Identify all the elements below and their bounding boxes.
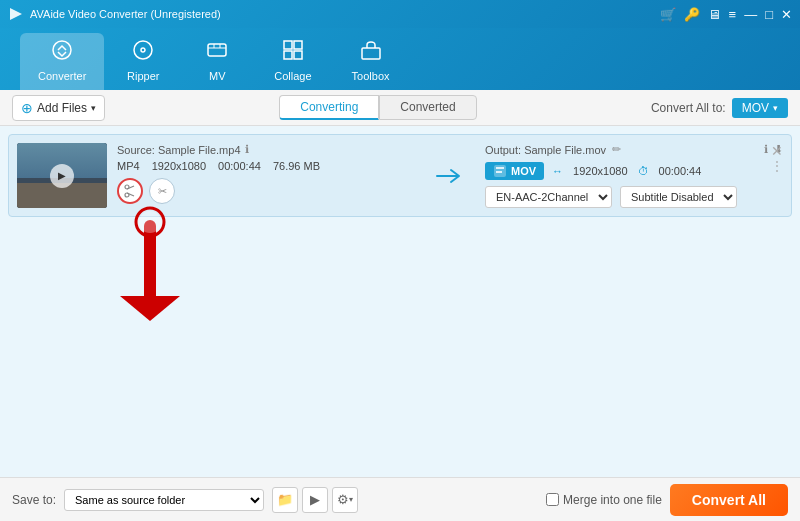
output-meta: ↔ 1920x1080 ⏱ 00:00:44: [552, 165, 701, 177]
play-button[interactable]: ▶: [302, 487, 328, 513]
svg-line-16: [127, 193, 134, 196]
convert-arrow: [425, 166, 475, 186]
svg-rect-19: [496, 171, 502, 173]
output-resolution: 1920x1080: [573, 165, 627, 177]
nav-item-mv[interactable]: MV: [182, 33, 252, 90]
output-format-badge[interactable]: MOV: [485, 162, 544, 180]
file-info: Source: Sample File.mp4 ℹ MP4 1920x1080 …: [117, 143, 415, 204]
svg-marker-0: [10, 8, 22, 20]
svg-rect-4: [208, 44, 226, 56]
merge-checkbox[interactable]: [546, 493, 559, 506]
toolbar: ⊕ Add Files ▾ Converting Converted Conve…: [0, 90, 800, 126]
output-format-label: MOV: [511, 165, 536, 177]
expand-button[interactable]: ⋮: [771, 159, 783, 173]
source-text: Source: Sample File.mp4: [117, 144, 241, 156]
title-bar: AVAide Video Converter (Unregistered) 🛒 …: [0, 0, 800, 28]
folder-button[interactable]: 📁: [272, 487, 298, 513]
convert-all-button[interactable]: Convert All: [670, 484, 788, 516]
minimize-button[interactable]: —: [744, 7, 757, 22]
window-controls: 🛒 🔑 🖥 ≡ — □ ✕: [660, 7, 792, 22]
converter-icon: [51, 39, 73, 66]
svg-rect-18: [496, 167, 504, 169]
nav-item-toolbox[interactable]: Toolbox: [334, 33, 408, 90]
window-title: AVAide Video Converter (Unregistered): [30, 8, 660, 20]
nav-item-converter[interactable]: Converter: [20, 33, 104, 90]
bottom-icons: 📁 ▶ ⚙ ▾: [272, 487, 358, 513]
nav-item-collage[interactable]: Collage: [256, 33, 329, 90]
collage-icon: [282, 39, 304, 66]
nav-item-ripper[interactable]: Ripper: [108, 33, 178, 90]
svg-rect-5: [284, 41, 292, 49]
svg-rect-8: [294, 51, 302, 59]
icon-key[interactable]: 🔑: [684, 7, 700, 22]
merge-check: Merge into one file: [546, 493, 662, 507]
mv-label: MV: [209, 70, 226, 82]
play-icon: ▶: [310, 492, 320, 507]
file-size: 76.96 MB: [273, 160, 320, 172]
output-dropdowns: EN-AAC-2Channel Subtitle Disabled: [485, 186, 783, 208]
effects-button[interactable]: ✂: [149, 178, 175, 204]
merge-label: Merge into one file: [563, 493, 662, 507]
add-files-label: Add Files: [37, 101, 87, 115]
svg-rect-6: [294, 41, 302, 49]
annotation-arrow: [110, 206, 190, 329]
convert-all-to-label: Convert All to: MOV ▾: [651, 98, 788, 118]
svg-line-15: [127, 186, 134, 189]
svg-point-3: [141, 48, 145, 52]
mv-icon: [206, 39, 228, 66]
play-button-thumb[interactable]: ▶: [50, 164, 74, 188]
save-to-label: Save to:: [12, 493, 56, 507]
nav-bar: Converter Ripper MV: [0, 28, 800, 90]
main-content: ▶ Source: Sample File.mp4 ℹ MP4 1920x108…: [0, 126, 800, 486]
add-files-dropdown-icon: ▾: [91, 103, 96, 113]
folder-icon: 📁: [277, 492, 293, 507]
trim-button[interactable]: [117, 178, 143, 204]
output-settings: MOV ↔ 1920x1080 ⏱ 00:00:44: [485, 162, 783, 180]
maximize-button[interactable]: □: [765, 7, 773, 22]
collage-label: Collage: [274, 70, 311, 82]
icon-cart[interactable]: 🛒: [660, 7, 676, 22]
scissors-icon: ✂: [158, 185, 167, 198]
bottom-bar: Save to: Same as source folder 📁 ▶ ⚙ ▾ M…: [0, 477, 800, 521]
svg-point-2: [134, 41, 152, 59]
icon-menu[interactable]: ≡: [729, 7, 737, 22]
app-window: AVAide Video Converter (Unregistered) 🛒 …: [0, 0, 800, 521]
file-actions: ✂: [117, 178, 415, 204]
save-path-select[interactable]: Same as source folder: [64, 489, 264, 511]
output-text: Output: Sample File.mov: [485, 144, 606, 156]
edit-icon[interactable]: ✏: [612, 143, 621, 156]
format-label: MOV: [742, 101, 769, 115]
settings-button[interactable]: ⚙ ▾: [332, 487, 358, 513]
tab-converting[interactable]: Converting: [279, 95, 379, 120]
output-duration: 00:00:44: [659, 165, 702, 177]
thumbnail-inner: ▶: [17, 143, 107, 208]
svg-marker-21: [120, 296, 180, 321]
add-icon: ⊕: [21, 100, 33, 116]
add-files-button[interactable]: ⊕ Add Files ▾: [12, 95, 105, 121]
res-icon: ↔: [552, 165, 563, 177]
icon-monitor[interactable]: 🖥: [708, 7, 721, 22]
dur-icon: ⏱: [638, 165, 649, 177]
tab-group: Converting Converted: [113, 95, 643, 120]
gear-icon: ⚙: [337, 492, 349, 507]
format-dropdown[interactable]: MOV ▾: [732, 98, 788, 118]
file-duration: 00:00:44: [218, 160, 261, 172]
video-thumbnail[interactable]: ▶: [17, 143, 107, 208]
converter-label: Converter: [38, 70, 86, 82]
subtitle-select[interactable]: Subtitle Disabled: [620, 186, 737, 208]
close-button[interactable]: ✕: [781, 7, 792, 22]
file-format: MP4: [117, 160, 140, 172]
output-info-icon[interactable]: ℹ: [764, 143, 768, 156]
info-icon[interactable]: ℹ: [245, 143, 249, 156]
toolbox-label: Toolbox: [352, 70, 390, 82]
svg-rect-9: [362, 48, 380, 59]
close-row-button[interactable]: ✕: [771, 143, 783, 159]
audio-select[interactable]: EN-AAC-2Channel: [485, 186, 612, 208]
ripper-icon: [132, 39, 154, 66]
ripper-label: Ripper: [127, 70, 159, 82]
file-meta: MP4 1920x1080 00:00:44 76.96 MB: [117, 160, 415, 172]
output-line: Output: Sample File.mov ✏ ℹ ⬇: [485, 143, 783, 156]
svg-rect-7: [284, 51, 292, 59]
output-section: Output: Sample File.mov ✏ ℹ ⬇ MOV: [485, 143, 783, 208]
tab-converted[interactable]: Converted: [379, 95, 476, 120]
